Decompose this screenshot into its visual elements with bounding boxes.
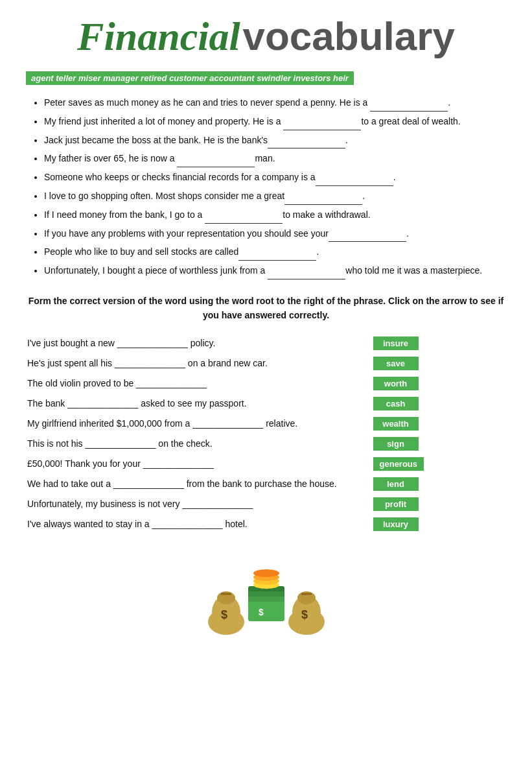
phrase-cell: This is not his ______________ on the ch…: [26, 434, 372, 454]
svg-text:$: $: [221, 608, 227, 621]
svg-text:$: $: [259, 607, 264, 617]
list-item: Unfortunately, I bought a piece of worth…: [44, 263, 506, 279]
word-badge-cell: generous: [372, 454, 506, 474]
svg-text:$: $: [301, 608, 308, 621]
word-badge-cell: save: [372, 353, 506, 373]
word-badge-cell: sign: [372, 434, 506, 454]
phrase-cell: I've just bought a new ______________ po…: [26, 333, 372, 353]
money-image: $ $ $: [26, 554, 506, 638]
phrase-cell: Unfortunately, my business is not very _…: [26, 494, 372, 514]
word-badge[interactable]: save: [373, 357, 419, 370]
word-badge[interactable]: lend: [373, 477, 419, 491]
instruction-box: Form the correct version of the word usi…: [26, 294, 506, 323]
word-badge-cell: insure: [372, 333, 506, 353]
word-badge-cell: cash: [372, 394, 506, 414]
fill-in-section: Peter saves as much money as he can and …: [26, 95, 506, 279]
blank-1: [370, 95, 448, 112]
word-badge-cell: profit: [372, 494, 506, 514]
blank-3: [268, 133, 345, 149]
word-badge[interactable]: sign: [373, 437, 419, 451]
word-badge-cell: lend: [372, 474, 506, 494]
blank-4: [177, 151, 255, 167]
list-item: If you have any problems with your repre…: [44, 226, 506, 243]
blank-8: [329, 226, 406, 243]
blank-9: [238, 244, 316, 261]
word-form-row: The old violin proved to be ____________…: [26, 373, 506, 394]
word-badge[interactable]: cash: [373, 397, 419, 410]
word-badge-cell: wealth: [372, 414, 506, 434]
phrase-cell: We had to take out a ______________ from…: [26, 474, 372, 494]
list-item: Someone who keeps or checks financial re…: [44, 170, 506, 186]
list-item: If I need money from the bank, I go to a…: [44, 207, 506, 224]
list-item: People who like to buy and sell stocks a…: [44, 244, 506, 261]
svg-point-13: [253, 569, 279, 577]
word-form-row: I've just bought a new ______________ po…: [26, 333, 506, 353]
word-badge[interactable]: generous: [373, 457, 424, 471]
word-form-row: My girlfriend inherited $1,000,000 from …: [26, 414, 506, 434]
word-badge[interactable]: profit: [373, 497, 419, 511]
blank-6: [284, 189, 362, 205]
phrase-cell: He's just spent all his ______________ o…: [26, 353, 372, 373]
bullet-list: Peter saves as much money as he can and …: [26, 95, 506, 279]
word-form-row: This is not his ______________ on the ch…: [26, 434, 506, 454]
svg-rect-8: [248, 602, 284, 621]
page-title-area: Financial vocabulary: [26, 13, 506, 60]
list-item: I love to go shopping often. Most shops …: [44, 189, 506, 205]
list-item: Peter saves as much money as he can and …: [44, 95, 506, 112]
list-item: My friend just inherited a lot of money …: [44, 114, 506, 130]
word-badge-cell: worth: [372, 373, 506, 394]
word-form-table: I've just bought a new ______________ po…: [26, 333, 506, 534]
word-form-row: Unfortunately, my business is not very _…: [26, 494, 506, 514]
phrase-cell: My girlfriend inherited $1,000,000 from …: [26, 414, 372, 434]
money-svg: $ $ $: [202, 554, 331, 638]
blank-7: [205, 207, 283, 224]
phrase-cell: The old violin proved to be ____________…: [26, 373, 372, 394]
word-form-row: I've always wanted to stay in a ________…: [26, 514, 506, 534]
instruction-text: Form the correct version of the word usi…: [29, 296, 504, 320]
blank-5: [316, 170, 393, 186]
blank-2: [283, 114, 361, 130]
word-badge[interactable]: insure: [373, 337, 419, 350]
title-financial: Financial: [77, 14, 240, 58]
list-item: Jack just became the boss at the bank. H…: [44, 133, 506, 149]
blank-10: [268, 263, 345, 279]
word-badge[interactable]: wealth: [373, 417, 419, 431]
word-badge[interactable]: worth: [373, 377, 419, 390]
phrase-cell: I've always wanted to stay in a ________…: [26, 514, 372, 534]
word-form-row: £50,000! Thank you for your ____________…: [26, 454, 506, 474]
word-form-row: He's just spent all his ______________ o…: [26, 353, 506, 373]
word-form-row: We had to take out a ______________ from…: [26, 474, 506, 494]
word-badge[interactable]: luxury: [373, 517, 419, 531]
word-bank-label: agent teller miser manager retired custo…: [26, 71, 354, 85]
title-vocabulary: vocabulary: [243, 14, 455, 58]
word-badge-cell: luxury: [372, 514, 506, 534]
phrase-cell: The bank ______________ asked to see my …: [26, 394, 372, 414]
word-form-row: The bank ______________ asked to see my …: [26, 394, 506, 414]
list-item: My father is over 65, he is now a man.: [44, 151, 506, 167]
phrase-cell: £50,000! Thank you for your ____________…: [26, 454, 372, 474]
word-bank: agent teller miser manager retired custo…: [26, 71, 506, 95]
